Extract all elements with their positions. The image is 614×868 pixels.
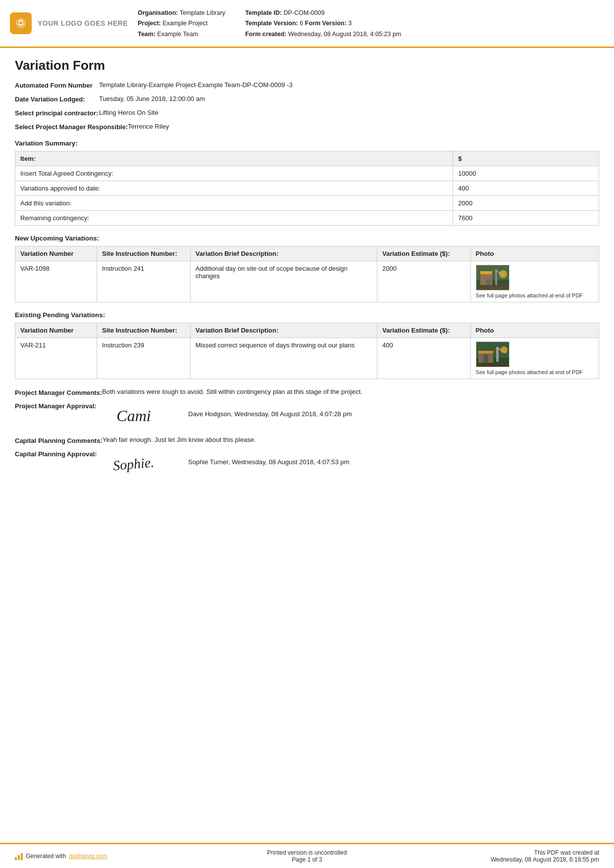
project-manager-value: Terrence Riley <box>128 123 599 130</box>
summary-value: 10000 <box>453 166 599 181</box>
summary-header-row: Item: $ <box>15 151 599 166</box>
pm-approval-timestamp: Dave Hodgson, Wednesday, 08 August 2018,… <box>188 401 352 418</box>
automated-form-number-row: Automated Form Number Template Library-E… <box>15 81 599 89</box>
new-upcoming-row: VAR-1098 Instruction 241 Additional day … <box>15 261 599 302</box>
pm-approval-label: Project Manager Approval: <box>15 401 99 410</box>
form-created-value: Wednesday, 08 August 2018, 4:05:23 pm <box>288 31 401 38</box>
photo-cell: See full page photos attached at end of … <box>470 261 599 302</box>
footer-left: Generated with dashpivot.com <box>15 852 209 860</box>
version-line: Template Version: 6 Form Version: 3 <box>245 18 401 29</box>
col-site-instruction-2: Site Instruction Number: <box>97 323 191 338</box>
cp-signature: Sophie. <box>99 449 168 479</box>
template-version-label: Template Version: <box>245 20 298 27</box>
svg-rect-13 <box>478 351 493 353</box>
pdf-created-label: This PDF was created at <box>405 849 599 856</box>
cp-signature-block: Sophie. Sophie Turner, Wednesday, 08 Aug… <box>99 449 599 479</box>
project-line: Project: Example Project <box>138 18 225 29</box>
dashpivot-link[interactable]: dashpivot.com <box>69 853 107 860</box>
site-instruction: Instruction 239 <box>97 338 191 379</box>
col-variation-number-1: Variation Number <box>15 246 97 261</box>
estimate: 400 <box>377 338 470 379</box>
principal-contractor-label: Select principal contractor: <box>15 109 99 117</box>
main-content: Variation Form Automated Form Number Tem… <box>0 48 614 843</box>
template-id-value: DP-COM-0009 <box>284 9 325 16</box>
svg-rect-14 <box>496 347 499 362</box>
cp-comments-value: Yeah fair enough. Just let Jim know abou… <box>102 436 599 443</box>
project-value: Example Project <box>162 20 207 27</box>
summary-value: 400 <box>453 181 599 195</box>
summary-item: Variations approved to date: <box>15 181 453 195</box>
col-photo-1: Photo <box>470 246 599 261</box>
summary-item: Remaining contingency: <box>15 210 453 225</box>
dashpivot-icon <box>15 852 23 860</box>
org-label: Organisation: <box>138 9 178 16</box>
generated-text: Generated with <box>26 853 66 860</box>
new-upcoming-title: New Upcoming Variations: <box>15 235 599 242</box>
col-site-instruction-1: Site Instruction Number: <box>97 246 191 261</box>
footer-center: Printed version is uncontrolled Page 1 o… <box>209 849 404 863</box>
cp-sig-text: Sophie. <box>112 454 155 474</box>
principal-contractor-value: Lifting Heros On Site <box>99 109 599 116</box>
pm-sig-text: Cami <box>116 407 151 425</box>
svg-point-0 <box>19 21 22 24</box>
org-value: Template Library <box>180 9 225 16</box>
cp-approval-content: Sophie. Sophie Turner, Wednesday, 08 Aug… <box>99 449 599 479</box>
col-estimate-1: Variation Estimate ($): <box>377 246 470 261</box>
form-created-label: Form created: <box>245 31 286 38</box>
summary-row: Variations approved to date: 400 <box>15 181 599 195</box>
project-manager-row: Select Project Manager Responsible: Terr… <box>15 123 599 131</box>
col-photo-2: Photo <box>470 323 599 338</box>
variation-summary-table: Item: $ Insert Total Agreed Contingency:… <box>15 151 599 226</box>
form-version-label: Form Version: <box>305 20 347 27</box>
cp-comments-label: Capital Planning Comments: <box>15 436 102 444</box>
pm-approval-content: Cami Dave Hodgson, Wednesday, 08 August … <box>99 401 599 431</box>
new-upcoming-table: Variation Number Site Instruction Number… <box>15 246 599 302</box>
automated-form-number-label: Automated Form Number <box>15 81 99 89</box>
cp-approval-timestamp: Sophie Turner, Wednesday, 08 August 2018… <box>188 449 349 466</box>
summary-row: Remaining contingency: 7600 <box>15 210 599 225</box>
header-right-col: Template ID: DP-COM-0009 Template Versio… <box>245 8 401 40</box>
pm-approval-row: Project Manager Approval: Cami Dave Hodg… <box>15 401 599 431</box>
logo-area: YOUR LOGO GOES HERE <box>10 7 128 40</box>
svg-rect-4 <box>480 271 492 274</box>
project-manager-label: Select Project Manager Responsible: <box>15 123 128 131</box>
team-label: Team: <box>138 31 155 38</box>
summary-item: Add this variation: <box>15 195 453 210</box>
logo-icon <box>10 12 32 34</box>
org-line: Organisation: Template Library <box>138 8 225 18</box>
estimate: 2000 <box>377 261 470 302</box>
svg-rect-7 <box>486 279 490 285</box>
new-upcoming-header-row: Variation Number Site Instruction Number… <box>15 246 599 261</box>
header-org-col: Organisation: Template Library Project: … <box>138 8 225 40</box>
pm-comments-row: Project Manager Comments: Both variation… <box>15 388 599 396</box>
template-version-value: 6 <box>300 20 303 27</box>
cp-approval-row: Capital Planning Approval: Sophie. Sophi… <box>15 449 599 479</box>
page-text: Page 1 of 3 <box>209 856 404 863</box>
form-version-value: 3 <box>348 20 352 27</box>
summary-col-dollar: $ <box>453 151 599 166</box>
header: YOUR LOGO GOES HERE Organisation: Templa… <box>0 0 614 48</box>
existing-pending-row: VAR-211 Instruction 239 Missed correct s… <box>15 338 599 379</box>
pm-signature-block: Cami Dave Hodgson, Wednesday, 08 August … <box>99 401 599 431</box>
date-variation-label: Date Variation Lodged: <box>15 95 99 103</box>
pm-signature: Cami <box>99 401 168 431</box>
header-meta: Organisation: Template Library Project: … <box>138 7 599 40</box>
cp-approval-label: Capital Planning Approval: <box>15 449 99 458</box>
pdf-created-value: Wednesday, 08 August 2018, 6:18:55 pm <box>405 856 599 863</box>
footer: Generated with dashpivot.com Printed ver… <box>0 843 614 868</box>
photo-cell: See full page photos attached at end of … <box>470 338 599 379</box>
date-variation-value: Tuesday, 05 June 2018, 12:00:00 am <box>99 95 599 102</box>
summary-item: Insert Total Agreed Contingency: <box>15 166 453 181</box>
summary-value: 2000 <box>453 195 599 210</box>
pm-comments-label: Project Manager Comments: <box>15 388 102 396</box>
cp-comments-row: Capital Planning Comments: Yeah fair eno… <box>15 436 599 444</box>
var-number: VAR-211 <box>15 338 97 379</box>
svg-rect-18 <box>476 364 510 367</box>
existing-pending-table: Variation Number Site Instruction Number… <box>15 323 599 379</box>
principal-contractor-row: Select principal contractor: Lifting Her… <box>15 109 599 117</box>
summary-row: Insert Total Agreed Contingency: 10000 <box>15 166 599 181</box>
summary-row: Add this variation: 2000 <box>15 195 599 210</box>
summary-value: 7600 <box>453 210 599 225</box>
project-label: Project: <box>138 20 161 27</box>
col-description-1: Variation Brief Description: <box>190 246 377 261</box>
